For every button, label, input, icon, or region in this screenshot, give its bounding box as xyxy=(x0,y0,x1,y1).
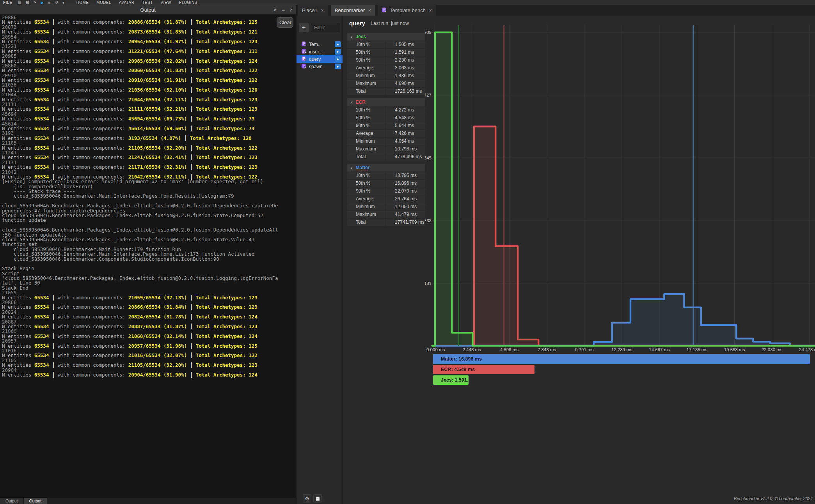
stats-section-header-jecs[interactable]: ∨Jecs xyxy=(347,33,425,41)
console-line: N entities 65534 ┃ with common component… xyxy=(2,165,296,170)
close-icon[interactable]: × xyxy=(290,5,293,14)
stats-value: 4778.496 ms xyxy=(385,153,425,161)
console-error-line: cloud_5853950046.Benchmarker.Packages._I… xyxy=(2,237,296,242)
stats-row: Minimum4.054 ms xyxy=(347,138,425,145)
menu-plugins[interactable]: PLUGINS xyxy=(179,0,197,5)
benchmark-title: query xyxy=(349,20,365,27)
stats-value: 13.795 ms xyxy=(385,172,425,179)
settings-gear-button[interactable]: ⚙ xyxy=(303,494,311,503)
stop-icon[interactable]: ■ xyxy=(48,0,50,5)
output-tab[interactable]: Output xyxy=(24,498,48,504)
console-line: N entities 65534 ┃ with common component… xyxy=(2,136,296,141)
histogram-chart: 1813635457279090.000 ms2.448 ms4.896 ms7… xyxy=(425,21,815,388)
stats-label: Minimum xyxy=(347,203,385,210)
stats-section-header-matter[interactable]: ∨Matter xyxy=(347,164,425,172)
menu-file[interactable]: FILE xyxy=(3,0,12,5)
clear-button[interactable]: Clear xyxy=(277,17,293,28)
docs-book-button[interactable] xyxy=(313,494,322,503)
copy-icon[interactable]: ▤ xyxy=(18,0,21,5)
settings-gear-icon: ⚙ xyxy=(305,495,310,502)
benchmark-item-label: query xyxy=(309,57,321,62)
caret-down-icon[interactable]: ▾ xyxy=(62,0,64,5)
chevron-down-icon[interactable]: ∨ xyxy=(273,5,277,14)
benchmark-item-query[interactable]: query▶ xyxy=(297,55,343,63)
stats-table: ∨Jecs10th %1.505 ms50th %1.591 ms90th %2… xyxy=(347,33,425,229)
plugin-footer-buttons: ⚙ xyxy=(303,494,322,503)
run-benchmark-button[interactable]: ▶ xyxy=(335,49,341,55)
benchmark-item-Tem[interactable]: Tem...▶ xyxy=(297,41,343,48)
benchmark-item-label: inser... xyxy=(309,49,323,55)
console-error-line: Stack End xyxy=(2,286,296,290)
tab-benchmarker[interactable]: Benchmarker× xyxy=(331,5,375,16)
close-icon[interactable]: × xyxy=(321,8,324,13)
menu-home[interactable]: HOME xyxy=(76,0,89,5)
x-axis-tick-label: 2.448 ms xyxy=(463,347,481,352)
output-panel-header: Output ∨⌙× xyxy=(0,5,296,14)
x-axis-tick-label: 4.896 ms xyxy=(500,347,519,352)
stats-label: Minimum xyxy=(347,138,385,145)
script-icon xyxy=(382,7,387,12)
stats-value: 7.426 ms xyxy=(385,130,425,137)
run-benchmark-button[interactable]: ▶ xyxy=(335,41,341,47)
console-line: N entities 65534 ┃ with common component… xyxy=(2,363,296,368)
console-line: N entities 65534 ┃ with common component… xyxy=(2,97,296,102)
stats-value: 16.896 ms xyxy=(385,180,425,187)
add-benchmark-button[interactable]: + xyxy=(299,23,309,32)
output-window-controls: ∨⌙× xyxy=(273,5,293,14)
stats-label: 10th % xyxy=(347,106,385,114)
undo-icon[interactable]: ↺ xyxy=(55,0,58,5)
console-line: N entities 65534 ┃ with common component… xyxy=(2,49,296,54)
stats-value: 10.798 ms xyxy=(385,145,425,153)
console-line: N entities 65534 ┃ with common component… xyxy=(2,88,296,92)
run-benchmark-button[interactable]: ▶ xyxy=(335,64,341,69)
stats-value: 4.054 ms xyxy=(385,138,425,145)
close-icon[interactable]: × xyxy=(429,8,432,13)
chevron-down-icon: ∨ xyxy=(350,100,353,104)
play-icon[interactable]: ▶ xyxy=(41,0,44,5)
console-line: N entities 65534 ┃ with common component… xyxy=(2,295,296,300)
output-console[interactable]: 20886N entities 65534 ┃ with common comp… xyxy=(0,14,296,498)
redo-icon[interactable]: ↷ xyxy=(33,0,36,5)
y-axis-tick-label: 545 xyxy=(425,156,431,160)
menu-model[interactable]: MODEL xyxy=(96,0,111,5)
console-line: N entities 65534 ┃ with common component… xyxy=(2,30,296,34)
console-line: N entities 65534 ┃ with common component… xyxy=(2,344,296,348)
ecr-histogram-fill xyxy=(432,127,815,346)
stats-row: 90th %22.070 ms xyxy=(347,187,425,195)
dock-icon[interactable]: ⌙ xyxy=(281,5,285,14)
y-axis-tick-label: 909 xyxy=(425,30,431,35)
y-axis-tick-label: 363 xyxy=(425,218,431,223)
benchmark-item-label: Tem... xyxy=(309,42,322,47)
document-tabbar: Place1×Benchmarker×Template.bench× xyxy=(297,5,815,16)
output-tab[interactable]: Output xyxy=(0,498,24,504)
stats-row: 90th %2.230 ms xyxy=(347,57,425,64)
stats-label: Maximum xyxy=(347,145,385,153)
console-error-line: cloud_5853950046.Benchmarker.Components.… xyxy=(2,257,296,262)
stats-section-name: Matter xyxy=(356,165,370,170)
insert-icon[interactable]: ⊞ xyxy=(26,0,29,5)
stats-value: 1.505 ms xyxy=(385,41,425,48)
tab-place1[interactable]: Place1× xyxy=(298,5,328,16)
stats-value: 3.063 ms xyxy=(385,64,425,72)
run-benchmark-button[interactable]: ▶ xyxy=(335,56,341,62)
menu-test[interactable]: TEST xyxy=(142,0,153,5)
stats-value: 1.436 ms xyxy=(385,72,425,80)
console-line: N entities 65534 ┃ with common component… xyxy=(2,315,296,319)
menu-avatar[interactable]: AVATAR xyxy=(119,0,134,5)
stats-section-name: ECR xyxy=(356,99,366,105)
close-icon[interactable]: × xyxy=(368,8,371,13)
benchmark-item-inser[interactable]: inser...▶ xyxy=(297,48,343,55)
filter-input[interactable] xyxy=(311,23,340,32)
chevron-down-icon: ∨ xyxy=(350,35,353,39)
console-line: N entities 65534 ┃ with common component… xyxy=(2,39,296,44)
menu-view[interactable]: VIEW xyxy=(160,0,171,5)
stats-value: 41.479 ms xyxy=(385,211,425,218)
x-axis-tick-label: 19.583 ms xyxy=(724,347,745,352)
benchmark-item-spawn[interactable]: spawn▶ xyxy=(297,63,343,70)
stats-section-header-ecr[interactable]: ∨ECR xyxy=(347,98,425,106)
tab-template-bench[interactable]: Template.bench× xyxy=(378,5,436,16)
tab-label: Place1 xyxy=(302,7,318,13)
stats-value: 5.644 ms xyxy=(385,122,425,129)
console-error-line: function update xyxy=(2,218,296,223)
stats-value: 4.548 ms xyxy=(385,114,425,122)
